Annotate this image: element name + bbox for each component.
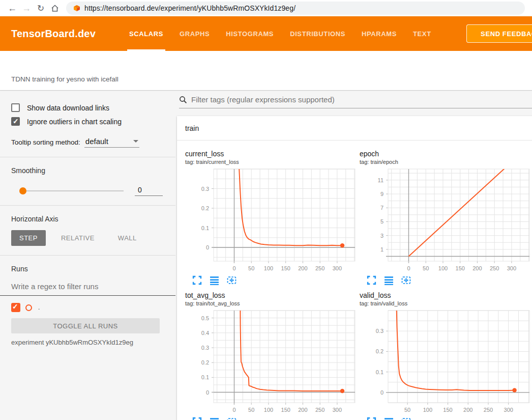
smoothing-slider[interactable] — [20, 190, 124, 191]
svg-text:250: 250 — [315, 265, 324, 271]
svg-text:0: 0 — [407, 265, 410, 271]
svg-text:100: 100 — [264, 265, 273, 271]
show-download-links-checkbox[interactable]: Show data download links — [0, 103, 175, 112]
runs-label: Runs — [0, 265, 175, 273]
fit-domain-icon[interactable] — [227, 417, 237, 420]
divider — [0, 157, 175, 157]
fit-domain-icon[interactable] — [401, 275, 411, 285]
home-icon[interactable] — [48, 1, 62, 15]
svg-text:250: 250 — [315, 407, 324, 413]
experiment-id-label: experiment yKUbhb5wRmOSXYkId1z9eg — [11, 339, 164, 346]
tab-hparams[interactable]: HPARAMS — [353, 16, 405, 51]
run-list-item: . — [0, 303, 175, 312]
brand-logo[interactable]: TensorBoard.dev — [11, 28, 96, 40]
tab-histograms[interactable]: HISTOGRAMS — [218, 16, 282, 51]
slider-knob[interactable] — [19, 187, 26, 194]
svg-text:150: 150 — [281, 265, 290, 271]
chart-card-valid-loss: valid_loss tag: train/valid_loss 5010015… — [360, 291, 531, 420]
line-chart[interactable]: 05010015020025030000.10.20.30.40.5 — [185, 310, 357, 416]
tooltip-sorting-select[interactable]: default — [84, 137, 139, 148]
axis-step-button[interactable]: STEP — [11, 230, 46, 246]
svg-text:0.3: 0.3 — [201, 345, 209, 351]
ignore-outliers-checkbox[interactable]: Ignore outliers in chart scaling — [0, 117, 175, 126]
svg-text:0.2: 0.2 — [376, 348, 383, 354]
settings-sidebar: Show data download links Ignore outliers… — [0, 91, 175, 420]
run-color-circle-icon[interactable] — [25, 304, 32, 311]
chart-actions — [360, 417, 531, 420]
chart-actions — [185, 417, 357, 420]
svg-text:3: 3 — [380, 233, 383, 239]
url-bar[interactable]: https://tensorboard.dev/experiment/yKUbh… — [66, 2, 525, 15]
svg-text:7: 7 — [380, 205, 383, 211]
log-scale-icon[interactable] — [210, 275, 219, 285]
filter-tags-input[interactable]: Filter tags (regular expressions support… — [179, 95, 532, 108]
checkbox-checked-icon[interactable] — [11, 117, 20, 126]
chart-title: valid_loss — [360, 291, 531, 299]
refresh-icon[interactable]: ↻ — [34, 1, 48, 15]
browser-toolbar: ← → ↻ https://tensorboard.dev/experiment… — [0, 0, 532, 16]
send-feedback-button[interactable]: SEND FEEDBACK — [466, 24, 532, 43]
experiment-title-band: TDNN training for yesno with icefall — [0, 51, 532, 91]
experiment-title: TDNN training for yesno with icefall — [11, 75, 119, 83]
svg-text:50: 50 — [423, 265, 429, 271]
svg-text:300: 300 — [333, 265, 342, 271]
expand-icon[interactable] — [192, 275, 202, 285]
chart-title: tot_avg_loss — [185, 291, 357, 299]
checkbox-unchecked-icon[interactable] — [11, 103, 20, 112]
expand-icon[interactable] — [367, 275, 376, 285]
app-header: TensorBoard.dev SCALARS GRAPHS HISTOGRAM… — [0, 16, 532, 51]
svg-text:100: 100 — [264, 407, 273, 413]
svg-text:0: 0 — [232, 265, 235, 271]
horizontal-axis-buttons: STEP RELATIVE WALL — [0, 230, 175, 246]
svg-text:9: 9 — [380, 191, 383, 197]
line-chart[interactable]: 5010015020025030000.10.20.3 — [360, 310, 531, 416]
line-chart[interactable]: 0501001502002503001357911 — [360, 168, 531, 274]
fit-domain-icon[interactable] — [227, 275, 237, 285]
chart-actions — [185, 275, 357, 285]
svg-text:150: 150 — [456, 265, 465, 271]
forward-icon[interactable]: → — [19, 1, 34, 15]
log-scale-icon[interactable] — [384, 275, 394, 285]
svg-text:0.3: 0.3 — [201, 186, 209, 192]
axis-wall-button[interactable]: WALL — [110, 230, 145, 246]
svg-text:200: 200 — [298, 265, 307, 271]
log-scale-icon[interactable] — [384, 417, 394, 420]
run-checkbox-checked-icon[interactable] — [11, 303, 20, 312]
toggle-all-runs-button[interactable]: TOGGLE ALL RUNS — [11, 318, 160, 333]
svg-text:0: 0 — [232, 407, 235, 413]
svg-text:0.1: 0.1 — [201, 225, 209, 231]
expand-icon[interactable] — [192, 417, 202, 420]
chart-tag: tag: train/epoch — [360, 159, 531, 165]
svg-text:100: 100 — [423, 407, 432, 413]
fit-domain-icon[interactable] — [401, 417, 411, 420]
svg-text:150: 150 — [281, 407, 290, 413]
tab-distributions[interactable]: DISTRIBUTIONS — [282, 16, 353, 51]
smoothing-value-input[interactable]: 0 — [135, 186, 163, 196]
svg-text:0.2: 0.2 — [201, 359, 209, 366]
chart-title: current_loss — [185, 150, 357, 158]
svg-text:250: 250 — [490, 265, 499, 271]
runs-regex-input[interactable]: Write a regex to filter runs — [0, 282, 175, 296]
svg-text:50: 50 — [248, 265, 254, 271]
log-scale-icon[interactable] — [210, 417, 219, 420]
tab-bar: SCALARS GRAPHS HISTOGRAMS DISTRIBUTIONS … — [121, 16, 439, 51]
line-chart[interactable]: 05010015020025030000.10.20.3 — [185, 168, 357, 274]
svg-text:0.1: 0.1 — [376, 369, 383, 375]
chart-tag: tag: train/valid_loss — [360, 300, 531, 306]
svg-text:0.5: 0.5 — [201, 315, 209, 321]
tab-graphs[interactable]: GRAPHS — [171, 16, 218, 51]
svg-text:11: 11 — [378, 177, 383, 183]
tensorboard-favicon — [73, 5, 80, 12]
axis-relative-button[interactable]: RELATIVE — [53, 230, 103, 246]
back-icon[interactable]: ← — [5, 1, 19, 15]
expand-icon[interactable] — [367, 417, 376, 420]
chart-card-epoch: epoch tag: train/epoch 05010015020025030… — [360, 150, 531, 285]
svg-text:200: 200 — [298, 407, 307, 413]
svg-text:200: 200 — [463, 407, 472, 413]
tab-scalars[interactable]: SCALARS — [121, 16, 171, 51]
svg-text:0: 0 — [380, 389, 383, 396]
train-section-header[interactable]: train — [177, 116, 532, 141]
svg-text:50: 50 — [248, 407, 254, 413]
tab-text[interactable]: TEXT — [405, 16, 439, 51]
svg-text:200: 200 — [472, 265, 482, 271]
